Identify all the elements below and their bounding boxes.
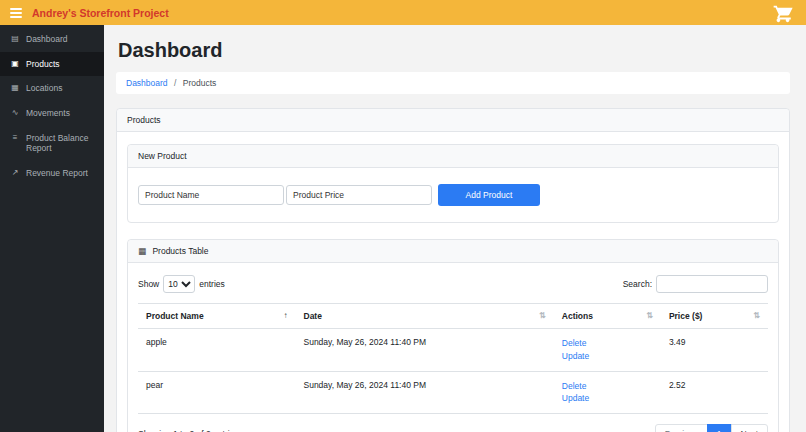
sidebar-item-label: Product Balance Report	[26, 133, 94, 154]
sidebar-item-product-balance-report[interactable]: ≡ Product Balance Report	[0, 126, 104, 161]
table-row: pear Sunday, May 26, 2024 11:40 PM Delet…	[138, 371, 768, 414]
delete-link[interactable]: Delete	[562, 337, 653, 350]
search-label: Search:	[623, 279, 652, 289]
products-card-body: New Product Add Product ▦	[117, 132, 789, 432]
products-card: Products New Product Add Product	[116, 108, 790, 432]
page-size-select[interactable]: 10	[163, 275, 195, 293]
pagination: Previous 1 Next	[655, 424, 768, 432]
products-table-header: ▦ Products Table	[128, 240, 778, 263]
sidebar-item-products[interactable]: ▣ Products	[0, 52, 104, 77]
products-table-title: Products Table	[152, 246, 208, 256]
cart-icon	[770, 2, 796, 24]
movements-icon: ∿	[10, 108, 20, 118]
table-controls: Show 10 entries Search:	[138, 275, 768, 293]
products-icon: ▣	[10, 59, 20, 69]
page-length-control: Show 10 entries	[138, 275, 225, 293]
new-product-body: Add Product	[128, 168, 778, 222]
update-link[interactable]: Update	[562, 392, 653, 405]
sidebar-item-locations[interactable]: ▦ Locations	[0, 76, 104, 101]
balance-report-icon: ≡	[10, 133, 20, 143]
table-icon: ▦	[138, 246, 146, 256]
page-title: Dashboard	[118, 39, 790, 62]
column-header-product-name[interactable]: Product Name ↑	[138, 304, 296, 329]
show-label: Show	[138, 279, 159, 289]
products-table-card: ▦ Products Table Show 10 entries	[127, 239, 779, 432]
products-table: Product Name ↑ Date ⇅ Action	[138, 303, 768, 414]
pagination-next[interactable]: Next	[731, 424, 768, 432]
sort-icon[interactable]: ⇅	[753, 311, 760, 320]
app-window: Andrey's Storefront Project ▤ Dashboard …	[0, 0, 806, 432]
sidebar-item-label: Dashboard	[26, 34, 68, 45]
pagination-previous[interactable]: Previous	[655, 424, 708, 432]
new-product-header: New Product	[128, 145, 778, 168]
new-product-card: New Product Add Product	[127, 144, 779, 223]
column-header-date[interactable]: Date ⇅	[296, 304, 554, 329]
update-link[interactable]: Update	[562, 350, 653, 363]
product-price-input[interactable]	[286, 185, 432, 205]
search-control: Search:	[623, 275, 768, 293]
breadcrumb-link-dashboard[interactable]: Dashboard	[126, 78, 168, 88]
products-card-header: Products	[117, 109, 789, 132]
layout: ▤ Dashboard ▣ Products ▦ Locations ∿ Mov…	[0, 25, 806, 432]
entries-label: entries	[199, 279, 225, 289]
cell-price: 3.49	[661, 329, 768, 372]
breadcrumb-current: Products	[183, 78, 217, 88]
app-title: Andrey's Storefront Project	[32, 7, 169, 19]
sidebar-item-label: Locations	[26, 83, 62, 94]
column-header-actions[interactable]: Actions ⇅	[554, 304, 661, 329]
cell-actions: Delete Update	[554, 329, 661, 372]
sidebar-item-revenue-report[interactable]: ↗ Revenue Report	[0, 161, 104, 186]
products-table-body: Show 10 entries Search:	[128, 263, 778, 432]
breadcrumb-separator: /	[174, 78, 176, 88]
cell-product-name: apple	[138, 329, 296, 372]
cell-date: Sunday, May 26, 2024 11:40 PM	[296, 371, 554, 414]
locations-icon: ▦	[10, 83, 20, 93]
sidebar-item-movements[interactable]: ∿ Movements	[0, 101, 104, 126]
new-product-form: Add Product	[138, 184, 768, 206]
breadcrumb: Dashboard / Products	[116, 72, 790, 94]
sidebar-item-label: Products	[26, 59, 60, 70]
table-row: apple Sunday, May 26, 2024 11:40 PM Dele…	[138, 329, 768, 372]
cell-date: Sunday, May 26, 2024 11:40 PM	[296, 329, 554, 372]
menu-icon[interactable]	[10, 8, 22, 18]
dashboard-icon: ▤	[10, 34, 20, 44]
cell-product-name: pear	[138, 371, 296, 414]
sort-icon[interactable]: ⇅	[646, 311, 653, 320]
cart-button[interactable]	[770, 2, 796, 24]
add-product-button[interactable]: Add Product	[438, 184, 540, 206]
product-name-input[interactable]	[138, 185, 284, 205]
sidebar-item-label: Movements	[26, 108, 70, 119]
column-header-price[interactable]: Price ($) ⇅	[661, 304, 768, 329]
table-footer: Showing 1 to 2 of 2 entries Previous 1 N…	[138, 424, 768, 432]
sort-asc-icon[interactable]: ↑	[284, 311, 288, 320]
pagination-page-1[interactable]: 1	[707, 424, 732, 432]
revenue-report-icon: ↗	[10, 168, 20, 178]
cell-price: 2.52	[661, 371, 768, 414]
sidebar: ▤ Dashboard ▣ Products ▦ Locations ∿ Mov…	[0, 25, 104, 432]
table-header-row: Product Name ↑ Date ⇅ Action	[138, 304, 768, 329]
search-input[interactable]	[656, 275, 768, 293]
delete-link[interactable]: Delete	[562, 380, 653, 393]
main-content: Dashboard Dashboard / Products Products …	[104, 25, 806, 432]
cell-actions: Delete Update	[554, 371, 661, 414]
topbar: Andrey's Storefront Project	[0, 0, 806, 25]
sort-icon[interactable]: ⇅	[539, 311, 546, 320]
sidebar-item-dashboard[interactable]: ▤ Dashboard	[0, 27, 104, 52]
sidebar-item-label: Revenue Report	[26, 168, 88, 179]
